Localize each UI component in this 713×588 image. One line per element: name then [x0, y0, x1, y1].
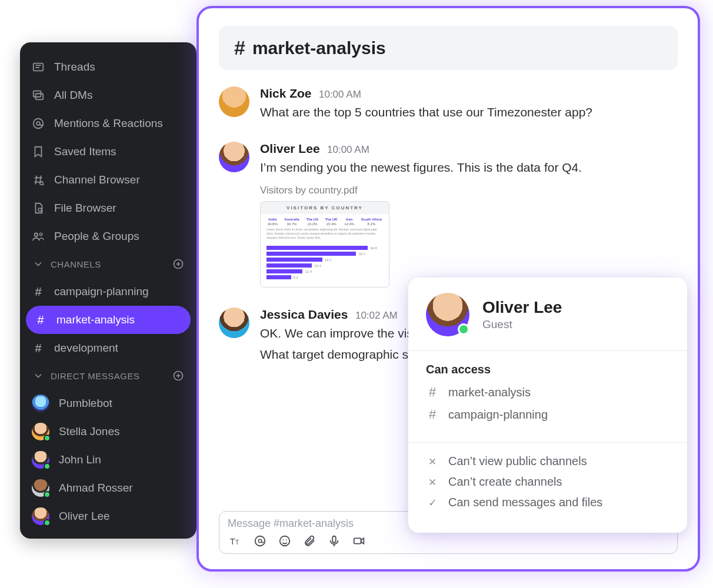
svg-point-15	[35, 233, 38, 237]
svg-rect-32	[354, 538, 361, 543]
message: Nick Zoe 10:00 AM What are the top 5 cou…	[219, 86, 678, 122]
nav-people[interactable]: People & Groups	[20, 222, 196, 250]
user-profile-popover: Oliver Lee Guest Can access # market-ana…	[408, 278, 687, 533]
channel-market-analysis[interactable]: # market-analysis	[26, 306, 191, 334]
nav-label: File Browser	[54, 202, 116, 215]
access-channel[interactable]: # campaign-planning	[426, 407, 669, 422]
avatar[interactable]	[219, 142, 249, 172]
col-label: Australia	[284, 218, 299, 221]
access-channel-name: campaign-planning	[448, 408, 548, 422]
avatar	[32, 395, 49, 412]
svg-marker-33	[361, 538, 364, 543]
message-author[interactable]: Jessica Davies	[260, 308, 348, 321]
audio-button[interactable]	[326, 533, 342, 549]
nav-label: All DMs	[54, 89, 92, 102]
restriction: Can’t view public channels	[426, 455, 669, 468]
bookmark-icon	[32, 145, 45, 158]
bar-value: 34.8	[370, 246, 377, 250]
message-author[interactable]: Nick Zoe	[260, 86, 312, 100]
nav-file-browser[interactable]: File Browser	[20, 194, 196, 222]
file-attachment[interactable]: Visitors by country.pdf VISITORS BY COUN…	[260, 185, 678, 288]
attach-button[interactable]	[302, 533, 317, 549]
video-button[interactable]	[351, 533, 367, 549]
dm-name: Stella Jones	[59, 425, 120, 438]
channel-name: development	[54, 342, 118, 355]
composer-toolbar: TT	[228, 533, 669, 549]
dms-header[interactable]: DIRECT MESSAGES	[20, 362, 196, 389]
hash-icon: #	[32, 285, 45, 299]
nav-threads[interactable]: Threads	[20, 53, 196, 81]
profile-name: Oliver Lee	[482, 298, 562, 317]
svg-point-29	[286, 539, 287, 540]
access-channel[interactable]: # market-analysis	[426, 385, 669, 400]
channel-browser-icon	[32, 173, 45, 186]
restriction: Can send messages and files	[426, 496, 669, 509]
dm-name: Oliver Lee	[59, 510, 110, 523]
svg-point-16	[39, 233, 42, 235]
avatar[interactable]	[426, 293, 469, 336]
message-timestamp: 10:02 AM	[355, 310, 398, 321]
popover-header: Oliver Lee Guest	[408, 278, 687, 351]
nav-label: Mentions & Reactions	[54, 117, 163, 130]
svg-point-25	[255, 536, 265, 546]
nav-all-dms[interactable]: All DMs	[20, 81, 196, 109]
restriction-text: Can’t create channels	[448, 475, 562, 489]
nav-label: People & Groups	[54, 230, 139, 243]
message-text: What are the top 5 countries that use ou…	[260, 103, 678, 122]
add-dm-button[interactable]	[172, 369, 185, 382]
access-section: Can access # market-analysis # campaign-…	[408, 351, 687, 443]
dm-stella[interactable]: Stella Jones	[20, 417, 196, 446]
channel-header[interactable]: # market-analysis	[219, 26, 678, 70]
col-value: 19.2%	[306, 222, 318, 226]
channel-campaign-planning[interactable]: # campaign-planning	[20, 278, 196, 306]
bar-value: 8.2	[294, 276, 298, 279]
svg-line-9	[35, 176, 36, 185]
channels-header-label: CHANNELS	[51, 259, 101, 269]
col-label: The US	[306, 218, 318, 221]
attachment-filename: Visitors by country.pdf	[260, 185, 678, 196]
nav-saved[interactable]: Saved Items	[20, 138, 196, 166]
people-icon	[32, 230, 45, 243]
presence-indicator	[458, 323, 469, 335]
col-value: 8.2%	[361, 222, 382, 226]
x-icon	[426, 455, 439, 468]
dm-oliver[interactable]: Oliver Lee	[20, 502, 196, 530]
hash-icon: #	[426, 407, 439, 422]
avatar	[32, 451, 49, 469]
attachment-table: India34.8% Australia30.7% The US19.2% Th…	[261, 214, 389, 228]
presence-indicator	[44, 435, 51, 442]
attachment-chart: 34.8 30.7 19.2 15.4 12.4 8.2	[261, 243, 389, 287]
formatting-button[interactable]: TT	[228, 533, 243, 549]
nav-label: Threads	[54, 61, 95, 74]
channel-development[interactable]: # development	[20, 334, 196, 362]
threads-icon	[32, 61, 45, 74]
dm-pumblebot[interactable]: Pumblebot	[20, 389, 196, 417]
hash-icon: #	[426, 385, 439, 400]
avatar[interactable]	[219, 86, 249, 117]
channel-title: market-analysis	[252, 38, 386, 58]
svg-text:T: T	[235, 539, 239, 546]
dm-list: Pumblebot Stella Jones John Lin Ahmad Ro…	[20, 389, 196, 530]
col-label: South Africa	[361, 218, 382, 221]
avatar	[32, 479, 49, 497]
bar-value: 30.7	[358, 252, 365, 256]
presence-indicator	[44, 463, 51, 470]
mention-button[interactable]	[252, 533, 268, 549]
message-author[interactable]: Oliver Lee	[260, 142, 320, 155]
dm-john[interactable]: John Lin	[20, 446, 196, 474]
nav-channel-browser[interactable]: Channel Browser	[20, 166, 196, 194]
svg-point-26	[258, 539, 262, 543]
emoji-button[interactable]	[277, 533, 292, 549]
channel-name: market-analysis	[56, 313, 135, 326]
chevron-down-icon	[32, 258, 45, 270]
svg-point-28	[282, 539, 284, 540]
col-label: Iran	[344, 218, 354, 221]
avatar[interactable]	[219, 308, 249, 338]
add-channel-button[interactable]	[172, 258, 185, 270]
dm-ahmad[interactable]: Ahmad Rosser	[20, 474, 196, 502]
avatar	[32, 423, 49, 440]
nav-mentions[interactable]: Mentions & Reactions	[20, 109, 196, 138]
mentions-icon	[32, 117, 45, 130]
hash-icon: #	[32, 342, 45, 355]
channels-header[interactable]: CHANNELS	[20, 250, 196, 278]
